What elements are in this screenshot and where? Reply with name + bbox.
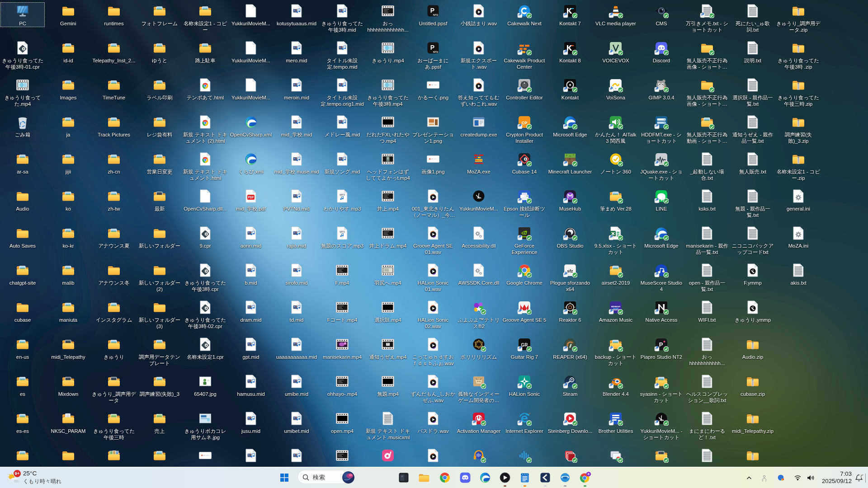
svg-text:z: z <box>862 474 863 476</box>
